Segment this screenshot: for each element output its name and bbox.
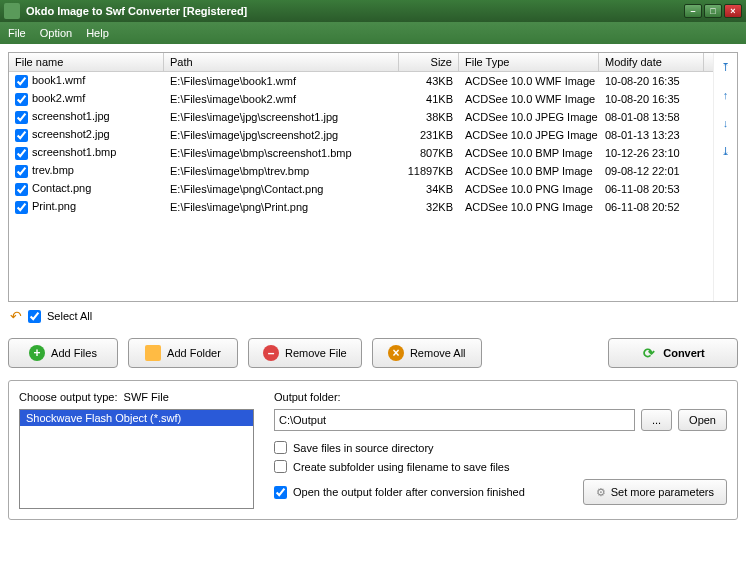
cell-path: E:\Files\image\png\Contact.png <box>164 183 399 195</box>
open-after-label: Open the output folder after conversion … <box>293 486 525 498</box>
table-row[interactable]: trev.bmpE:\Files\image\bmp\trev.bmp11897… <box>9 162 713 180</box>
col-name[interactable]: File name <box>9 53 164 71</box>
cell-type: ACDSee 10.0 PNG Image <box>459 183 599 195</box>
cell-type: ACDSee 10.0 PNG Image <box>459 201 599 213</box>
cell-type: ACDSee 10.0 JPEG Image <box>459 111 599 123</box>
cell-type: ACDSee 10.0 WMF Image <box>459 93 599 105</box>
plus-icon: + <box>29 345 45 361</box>
cell-type: ACDSee 10.0 JPEG Image <box>459 129 599 141</box>
cell-size: 807KB <box>399 147 459 159</box>
select-all-label: Select All <box>47 310 92 322</box>
table-row[interactable]: screenshot1.jpgE:\Files\image\jpg\screen… <box>9 108 713 126</box>
close-button[interactable]: × <box>724 4 742 18</box>
add-folder-button[interactable]: Add Folder <box>128 338 238 368</box>
save-source-checkbox[interactable] <box>274 441 287 454</box>
col-size[interactable]: Size <box>399 53 459 71</box>
cell-path: E:\Files\image\bmp\screenshot1.bmp <box>164 147 399 159</box>
move-up-icon[interactable]: ↑ <box>718 87 734 103</box>
remove-all-button[interactable]: ×Remove All <box>372 338 482 368</box>
convert-icon: ⟳ <box>641 345 657 361</box>
app-icon <box>4 3 20 19</box>
cell-date: 10-08-20 16:35 <box>599 75 704 87</box>
row-checkbox[interactable] <box>15 129 28 142</box>
cell-size: 11897KB <box>399 165 459 177</box>
folder-icon <box>145 345 161 361</box>
list-item[interactable]: Shockwave Flash Object (*.swf) <box>20 410 253 426</box>
move-top-icon[interactable]: ⤒ <box>718 59 734 75</box>
cell-path: E:\Files\image\jpg\screenshot1.jpg <box>164 111 399 123</box>
table-row[interactable]: screenshot1.bmpE:\Files\image\bmp\screen… <box>9 144 713 162</box>
cell-date: 09-08-12 22:01 <box>599 165 704 177</box>
col-type[interactable]: File Type <box>459 53 599 71</box>
output-folder-label: Output folder: <box>274 391 727 403</box>
row-checkbox[interactable] <box>15 165 28 178</box>
col-date[interactable]: Modify date <box>599 53 704 71</box>
menu-file[interactable]: File <box>8 27 26 39</box>
window-title: Okdo Image to Swf Converter [Registered] <box>26 5 247 17</box>
cell-path: E:\Files\image\png\Print.png <box>164 201 399 213</box>
convert-button[interactable]: ⟳Convert <box>608 338 738 368</box>
cell-size: 38KB <box>399 111 459 123</box>
add-files-button[interactable]: +Add Files <box>8 338 118 368</box>
maximize-button[interactable]: □ <box>704 4 722 18</box>
cell-type: ACDSee 10.0 WMF Image <box>459 75 599 87</box>
output-type-value: SWF File <box>124 391 169 403</box>
title-bar: Okdo Image to Swf Converter [Registered]… <box>0 0 746 22</box>
cell-date: 08-01-08 13:58 <box>599 111 704 123</box>
cell-date: 10-08-20 16:35 <box>599 93 704 105</box>
cell-date: 06-11-08 20:53 <box>599 183 704 195</box>
file-table: File name Path Size File Type Modify dat… <box>8 52 738 302</box>
row-checkbox[interactable] <box>15 75 28 88</box>
row-checkbox[interactable] <box>15 201 28 214</box>
gear-icon: ⚙ <box>596 486 606 499</box>
menu-help[interactable]: Help <box>86 27 109 39</box>
subfolder-checkbox[interactable] <box>274 460 287 473</box>
clear-icon: × <box>388 345 404 361</box>
select-all-checkbox[interactable] <box>28 310 41 323</box>
cell-path: E:\Files\image\bmp\trev.bmp <box>164 165 399 177</box>
up-icon: ↶ <box>10 308 22 324</box>
table-row[interactable]: book1.wmfE:\Files\image\book1.wmf43KBACD… <box>9 72 713 90</box>
row-checkbox[interactable] <box>15 183 28 196</box>
menu-option[interactable]: Option <box>40 27 72 39</box>
cell-date: 08-01-13 13:23 <box>599 129 704 141</box>
move-down-icon[interactable]: ↓ <box>718 115 734 131</box>
reorder-buttons: ⤒ ↑ ↓ ⤓ <box>713 53 737 301</box>
col-path[interactable]: Path <box>164 53 399 71</box>
row-checkbox[interactable] <box>15 93 28 106</box>
table-row[interactable]: screenshot2.jpgE:\Files\image\jpg\screen… <box>9 126 713 144</box>
cell-type: ACDSee 10.0 BMP Image <box>459 147 599 159</box>
cell-size: 34KB <box>399 183 459 195</box>
table-row[interactable]: Print.pngE:\Files\image\png\Print.png32K… <box>9 198 713 216</box>
save-source-label: Save files in source directory <box>293 442 434 454</box>
output-type-label: Choose output type: <box>19 391 117 403</box>
subfolder-label: Create subfolder using filename to save … <box>293 461 509 473</box>
minimize-button[interactable]: – <box>684 4 702 18</box>
cell-size: 231KB <box>399 129 459 141</box>
cell-date: 06-11-08 20:52 <box>599 201 704 213</box>
move-bottom-icon[interactable]: ⤓ <box>718 143 734 159</box>
table-row[interactable]: book2.wmfE:\Files\image\book2.wmf41KBACD… <box>9 90 713 108</box>
cell-date: 10-12-26 23:10 <box>599 147 704 159</box>
cell-path: E:\Files\image\book1.wmf <box>164 75 399 87</box>
output-type-list[interactable]: Shockwave Flash Object (*.swf) <box>19 409 254 509</box>
cell-size: 32KB <box>399 201 459 213</box>
open-after-checkbox[interactable] <box>274 486 287 499</box>
menu-bar: File Option Help <box>0 22 746 44</box>
remove-file-button[interactable]: –Remove File <box>248 338 362 368</box>
cell-size: 43KB <box>399 75 459 87</box>
minus-icon: – <box>263 345 279 361</box>
row-checkbox[interactable] <box>15 111 28 124</box>
browse-button[interactable]: ... <box>641 409 672 431</box>
cell-path: E:\Files\image\jpg\screenshot2.jpg <box>164 129 399 141</box>
cell-path: E:\Files\image\book2.wmf <box>164 93 399 105</box>
table-header: File name Path Size File Type Modify dat… <box>9 53 713 72</box>
cell-size: 41KB <box>399 93 459 105</box>
output-folder-input[interactable] <box>274 409 635 431</box>
row-checkbox[interactable] <box>15 147 28 160</box>
cell-type: ACDSee 10.0 BMP Image <box>459 165 599 177</box>
table-row[interactable]: Contact.pngE:\Files\image\png\Contact.pn… <box>9 180 713 198</box>
open-folder-button[interactable]: Open <box>678 409 727 431</box>
more-parameters-button[interactable]: ⚙Set more parameters <box>583 479 727 505</box>
